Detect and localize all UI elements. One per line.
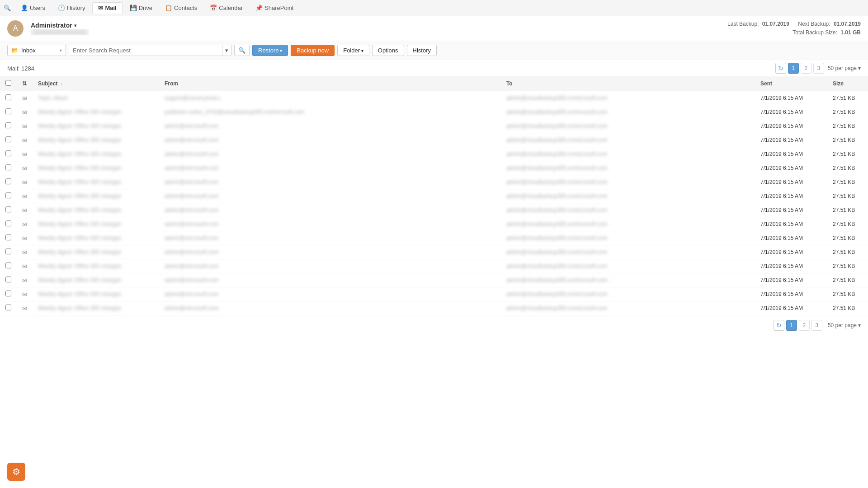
row-sent: 7/1/2019 6:15 AM [755, 245, 827, 259]
row-subject[interactable]: Topic: About [33, 91, 159, 105]
row-sent: 7/1/2019 6:15 AM [755, 161, 827, 175]
row-from: publisher-notice_8750@cloudbackup365.onm… [159, 105, 501, 119]
row-sent: 7/1/2019 6:15 AM [755, 231, 827, 245]
page-1-button-top[interactable]: 1 [788, 63, 799, 74]
row-subject[interactable]: Weekly digest: Office 365 changes [33, 203, 159, 217]
row-subject[interactable]: Weekly digest: Office 365 changes [33, 175, 159, 189]
row-to: admin@cloudbackup365.onmicrosoft.com [501, 119, 755, 133]
row-checkbox[interactable] [5, 263, 11, 268]
page-3-button-bottom[interactable]: 3 [811, 320, 822, 331]
history-button[interactable]: History [407, 45, 437, 56]
select-all-header [0, 76, 17, 91]
nav-item-calendar[interactable]: 📅 Calendar [204, 3, 248, 13]
restore-button[interactable]: Restore [252, 45, 288, 56]
row-subject[interactable]: Weekly digest: Office 365 changes [33, 301, 159, 315]
page-1-button-bottom[interactable]: 1 [786, 320, 797, 331]
row-checkbox[interactable] [5, 221, 11, 226]
row-checkbox[interactable] [5, 249, 11, 254]
row-checkbox[interactable] [5, 277, 11, 282]
row-subject[interactable]: Weekly digest: Office 365 changes [33, 245, 159, 259]
row-from: admin@microsoft.com [159, 175, 501, 189]
row-checkbox[interactable] [5, 108, 11, 114]
pagination-top: ↻ 1 2 3 [775, 63, 824, 74]
subject-header[interactable]: Subject ↓ [33, 76, 159, 91]
row-checkbox[interactable] [5, 122, 11, 128]
folder-button[interactable]: Folder [337, 45, 369, 56]
search-button[interactable]: 🔍 [234, 45, 250, 56]
backup-info: Last Backup: 01.07.2019 Next Backup: 01.… [720, 20, 861, 37]
row-subject[interactable]: Weekly digest: Office 365 changes [33, 105, 159, 119]
row-subject[interactable]: Weekly digest: Office 365 changes [33, 161, 159, 175]
row-checkbox[interactable] [5, 206, 11, 212]
page-3-button-top[interactable]: 3 [813, 63, 824, 74]
mail-count-row: Mail: 1284 ↻ 1 2 3 50 per page ▾ [0, 60, 868, 76]
nav-item-users[interactable]: 👤 Users [15, 3, 51, 13]
row-checkbox[interactable] [5, 178, 11, 184]
table-row: ✉ Weekly digest: Office 365 changes admi… [0, 217, 868, 231]
row-size: 27.51 KB [827, 189, 868, 203]
row-subject[interactable]: Weekly digest: Office 365 changes [33, 147, 159, 161]
row-subject[interactable]: Weekly digest: Office 365 changes [33, 119, 159, 133]
nav-item-drive[interactable]: 💾 Drive [124, 3, 158, 13]
row-checkbox-cell [0, 273, 17, 287]
per-page-top[interactable]: 50 per page ▾ [828, 65, 861, 71]
row-checkbox[interactable] [5, 235, 11, 240]
row-checkbox[interactable] [5, 150, 11, 156]
row-to: admin@cloudbackup365.onmicrosoft.com [501, 231, 755, 245]
row-subject[interactable]: Weekly digest: Office 365 changes [33, 189, 159, 203]
row-from: admin@microsoft.com [159, 287, 501, 301]
page-2-button-top[interactable]: 2 [801, 63, 811, 74]
size-header: Size [827, 76, 868, 91]
row-mail-icon-cell: ✉ [17, 161, 33, 175]
user-dropdown-icon[interactable]: ▾ [74, 23, 76, 28]
row-size: 27.51 KB [827, 273, 868, 287]
row-to: admin@cloudbackup365.onmicrosoft.com [501, 273, 755, 287]
row-to: admin@cloudbackup365.onmicrosoft.com [501, 259, 755, 273]
row-subject[interactable]: Weekly digest: Office 365 changes [33, 133, 159, 147]
nav-item-mail[interactable]: ✉ Mail [92, 2, 122, 14]
row-mail-icon-cell: ✉ [17, 217, 33, 231]
options-button[interactable]: Options [372, 45, 404, 56]
row-subject[interactable]: Weekly digest: Office 365 changes [33, 287, 159, 301]
nav-item-history[interactable]: 🕐 History [52, 3, 90, 13]
nav-item-sharepoint[interactable]: 📌 SharePoint [250, 3, 299, 13]
row-subject[interactable]: Weekly digest: Office 365 changes [33, 217, 159, 231]
row-checkbox[interactable] [5, 136, 11, 142]
row-sent: 7/1/2019 6:15 AM [755, 287, 827, 301]
folder-select-label: Inbox [21, 47, 36, 54]
per-page-bottom[interactable]: 50 per page ▾ [828, 322, 861, 328]
select-all-checkbox[interactable] [5, 80, 11, 86]
row-checkbox-cell [0, 133, 17, 147]
search-icon: 🔍 [4, 5, 11, 11]
sort-arrows-icon[interactable]: ⇅ [22, 80, 27, 87]
row-subject[interactable]: Weekly digest: Office 365 changes [33, 231, 159, 245]
row-size: 27.51 KB [827, 259, 868, 273]
nav-item-contacts[interactable]: 📋 Contacts [160, 3, 203, 13]
row-to: admin@cloudbackup365.onmicrosoft.com [501, 203, 755, 217]
row-sent: 7/1/2019 6:15 AM [755, 119, 827, 133]
table-row: ✉ Weekly digest: Office 365 changes admi… [0, 203, 868, 217]
row-from: admin@microsoft.com [159, 217, 501, 231]
row-size: 27.51 KB [827, 245, 868, 259]
table-row: ✉ Weekly digest: Office 365 changes publ… [0, 105, 868, 119]
mail-icon: ✉ [22, 123, 27, 130]
backup-now-button[interactable]: Backup now [291, 45, 335, 56]
row-checkbox[interactable] [5, 291, 11, 296]
row-subject[interactable]: Weekly digest: Office 365 changes [33, 273, 159, 287]
row-checkbox[interactable] [5, 164, 11, 170]
search-dropdown-btn[interactable]: ▾ [222, 45, 231, 56]
folder-select[interactable]: 📂 Inbox ▾ [7, 45, 66, 56]
row-checkbox[interactable] [5, 305, 11, 310]
row-from: admin@microsoft.com [159, 231, 501, 245]
row-checkbox[interactable] [5, 192, 11, 198]
row-subject[interactable]: Weekly digest: Office 365 changes [33, 259, 159, 273]
mail-icon: ✉ [22, 235, 27, 242]
row-from: admin@microsoft.com [159, 133, 501, 147]
refresh-button-bottom[interactable]: ↻ [774, 320, 784, 331]
mail-icon: ✉ [22, 137, 27, 144]
page-2-button-bottom[interactable]: 2 [799, 320, 810, 331]
search-input[interactable] [69, 45, 222, 56]
row-checkbox[interactable] [5, 94, 11, 100]
row-from: support@cloud-portal.c [159, 91, 501, 105]
refresh-button-top[interactable]: ↻ [775, 63, 786, 74]
